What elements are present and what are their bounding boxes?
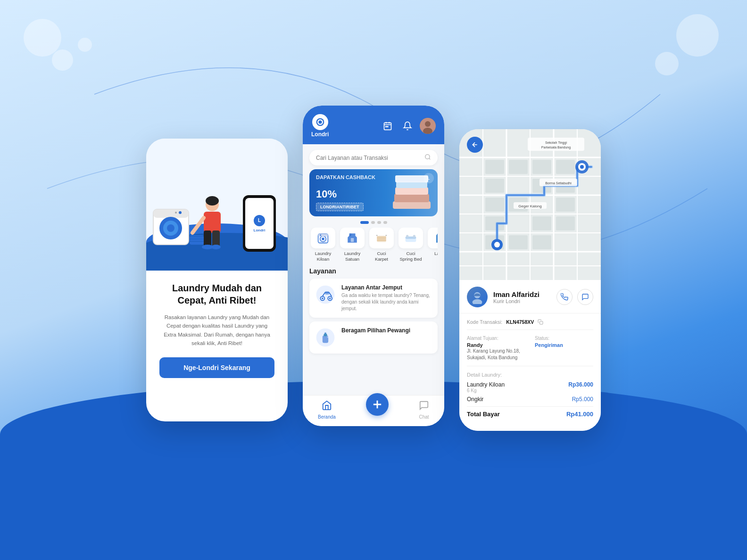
laundry-item-qty: 6 Kg — [467, 388, 505, 393]
ongkir-row: Ongkir Rp5.000 — [467, 396, 593, 403]
order-details: Kode Transaksi: KLN4758XV Alamat Tujuan:… — [459, 313, 601, 431]
service-cuci-springbed[interactable]: CuciSpring Bed — [397, 228, 424, 263]
bottom-navigation: Beranda Chat — [303, 395, 444, 426]
dot-4 — [383, 221, 387, 224]
chat-icon — [419, 400, 429, 413]
svg-rect-33 — [395, 187, 428, 195]
svg-rect-83 — [485, 179, 504, 193]
search-input[interactable] — [316, 155, 421, 161]
svg-rect-13 — [204, 212, 221, 233]
layanan-pewangi-title: Beragam Pilihan Pewangi — [341, 327, 410, 334]
banner-percentage: 10% — [316, 181, 375, 201]
banner-top-text: DAPATKAN CASHBACK — [316, 174, 375, 180]
add-order-button[interactable] — [366, 393, 389, 416]
home-icon — [322, 400, 332, 413]
layanan-antar-jemput[interactable]: Layanan Antar Jemput Ga ada waktu ke tem… — [309, 279, 438, 318]
user-avatar[interactable] — [420, 118, 436, 134]
svg-rect-55 — [325, 291, 329, 295]
svg-text:Borma Setiabudhi: Borma Setiabudhi — [545, 181, 572, 185]
layanan-antar-text: Layanan Antar Jemput Ga ada waktu ke tem… — [341, 284, 432, 312]
svg-rect-81 — [532, 160, 551, 174]
calendar-icon[interactable] — [380, 118, 395, 133]
svg-rect-32 — [394, 194, 429, 202]
address-text: Jl. Karang Layung No.18, Sukajadi, Kota … — [467, 348, 525, 361]
alamat-label: Alamat Tujuan: — [467, 336, 525, 341]
laundry-item-price: Rp36.000 — [568, 381, 593, 388]
svg-rect-31 — [393, 201, 431, 209]
copy-icon[interactable] — [538, 319, 543, 325]
call-button[interactable] — [556, 289, 573, 305]
svg-rect-80 — [509, 160, 528, 174]
search-bar — [309, 150, 438, 165]
layanan-list: Layanan Antar Jemput Ga ada waktu ke tem… — [309, 279, 438, 354]
app-logo-text: Londri — [311, 131, 329, 138]
layanan-pewangi-icon — [315, 327, 336, 348]
nav-chat[interactable]: Chat — [419, 400, 429, 420]
status-label: Status: — [535, 336, 593, 341]
svg-rect-1 — [153, 209, 189, 218]
layanan-antar-icon — [315, 284, 336, 305]
phone-onboarding: L Londri Laundry Mudah dan Cepat, Anti R… — [146, 139, 288, 421]
courier-avatar — [467, 287, 488, 307]
svg-point-62 — [327, 336, 329, 338]
laundry-item-info: Laundry Kiloan 6 Kg — [467, 381, 505, 393]
svg-point-26 — [387, 126, 388, 127]
svg-rect-34 — [396, 181, 427, 188]
service-laundry-kiloan[interactable]: LaundryKiloan — [309, 228, 337, 263]
svg-text:Geger Kalong: Geger Kalong — [518, 204, 541, 208]
nav-beranda[interactable]: Beranda — [318, 400, 336, 420]
banner-text: DAPATKAN CASHBACK 10% LONDRIANTIRIBET — [316, 174, 375, 211]
ongkir-label: Ongkir — [467, 396, 483, 403]
address-section: Alamat Tujuan: Randy Jl. Karang Layung N… — [467, 336, 593, 366]
back-button[interactable] — [467, 137, 483, 153]
svg-point-28 — [425, 121, 431, 127]
service-springbed-icon — [398, 228, 423, 248]
logo-area: Londri — [311, 114, 329, 138]
service-satuan-label: LaundrySatuan — [344, 251, 360, 263]
svg-point-56 — [322, 297, 324, 299]
kode-label: Kode Transaksi: — [467, 319, 502, 325]
header-icons — [380, 118, 436, 134]
phone1-title: Laundry Mudah dan Cepat, Anti Ribet! — [159, 282, 274, 306]
svg-rect-61 — [324, 332, 326, 334]
service-icons-list: LaundryKiloan LaundrySatuan — [309, 228, 438, 263]
svg-point-57 — [329, 297, 331, 299]
cashback-text: CASHBACK — [346, 174, 375, 180]
service-laundry-satuan[interactable]: LaundrySatuan — [339, 228, 366, 263]
nav-chat-label: Chat — [419, 414, 429, 420]
courier-info: Iman Alfaridzi Kurir Londri — [493, 290, 551, 304]
bell-icon[interactable] — [400, 118, 415, 133]
svg-point-52 — [316, 285, 335, 304]
status-column: Status: Pengiriman — [535, 336, 593, 361]
dot-1 — [360, 221, 369, 224]
svg-rect-94 — [532, 235, 551, 249]
service-karpet-label: CuciKarpet — [375, 251, 388, 263]
layanan-antar-desc: Ga ada waktu ke tempat laundry? Tenang, … — [341, 292, 432, 312]
svg-point-96 — [494, 242, 500, 247]
total-label: Total Bayar — [467, 411, 500, 418]
service-karpet-icon — [369, 228, 394, 248]
svg-text:Pariwisata Bandung: Pariwisata Bandung — [541, 146, 571, 149]
message-button[interactable] — [577, 289, 593, 305]
layanan-antar-title: Layanan Antar Jemput — [341, 284, 432, 291]
laundry-item-row: Laundry Kiloan 6 Kg Rp36.000 — [467, 381, 593, 393]
courier-role: Kurir Londri — [493, 298, 551, 304]
laundry-item-name: Laundry Kiloan — [467, 381, 505, 388]
svg-rect-91 — [556, 216, 575, 231]
app-body: DAPATKAN CASHBACK 10% LONDRIANTIRIBET — [303, 144, 444, 395]
kode-value: KLN4758XV — [506, 319, 534, 325]
svg-rect-82 — [556, 160, 575, 174]
svg-line-14 — [192, 218, 204, 233]
nav-beranda-label: Beranda — [318, 414, 336, 420]
courier-actions — [556, 289, 593, 305]
promo-banner[interactable]: DAPATKAN CASHBACK 10% LONDRIANTIRIBET — [309, 169, 438, 216]
service-cuci-karpet[interactable]: CuciKarpet — [368, 228, 395, 263]
app-header: Londri — [303, 106, 444, 144]
status-value: Pengiriman — [535, 342, 593, 348]
get-started-button[interactable]: Nge-Londri Sekarang — [159, 357, 274, 378]
service-more[interactable]: Lau... — [426, 228, 438, 263]
phone1-description: Rasakan layanan Laundry yang Mudah dan C… — [159, 313, 274, 348]
promo-code: LONDRIANTIRIBET — [316, 203, 364, 211]
dot-2 — [371, 221, 375, 224]
layanan-pewangi[interactable]: Beragam Pilihan Pewangi — [309, 321, 438, 354]
